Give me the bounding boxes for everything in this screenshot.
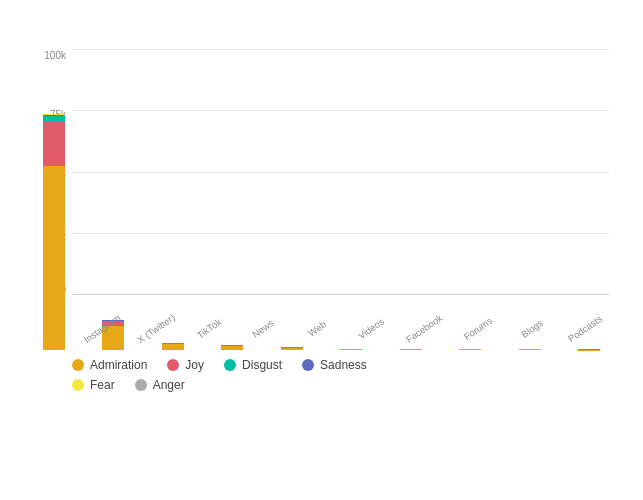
bar-group — [441, 349, 501, 350]
bar-segment-admiration — [43, 166, 65, 350]
bar-stack — [519, 349, 541, 350]
legend: AdmirationJoyDisgustSadnessFearAnger — [24, 358, 619, 392]
bar-group — [500, 349, 560, 350]
bar-stack — [459, 349, 481, 350]
bar-group — [381, 349, 441, 350]
legend-label-admiration: Admiration — [90, 358, 147, 372]
bar-group — [203, 345, 263, 350]
bar-group — [24, 114, 84, 350]
bar-group — [262, 347, 322, 350]
legend-item-anger: Anger — [135, 378, 185, 392]
legend-item-admiration: Admiration — [72, 358, 147, 372]
legend-dot-fear — [72, 379, 84, 391]
bar-segment-admiration — [400, 349, 422, 350]
legend-label-sadness: Sadness — [320, 358, 367, 372]
legend-dot-joy — [167, 359, 179, 371]
legend-label-disgust: Disgust — [242, 358, 282, 372]
bar-stack — [281, 347, 303, 350]
legend-dot-anger — [135, 379, 147, 391]
bar-segment-admiration — [281, 348, 303, 350]
bar-segment-admiration — [221, 346, 243, 350]
legend-label-fear: Fear — [90, 378, 115, 392]
legend-item-joy: Joy — [167, 358, 204, 372]
legend-item-disgust: Disgust — [224, 358, 282, 372]
bar-segment-admiration — [162, 344, 184, 350]
legend-dot-sadness — [302, 359, 314, 371]
chart-container: 100k75k50k25k0 InstagramX (Twitter)TikTo… — [24, 40, 619, 350]
legend-row-1: AdmirationJoyDisgustSadness — [72, 358, 619, 372]
bar-stack — [578, 349, 600, 350]
bar-stack — [340, 349, 362, 350]
bar-group — [560, 349, 620, 350]
bar-segment-joy — [43, 122, 65, 166]
legend-item-sadness: Sadness — [302, 358, 367, 372]
bar-segment-admiration — [340, 349, 362, 350]
bar-stack — [162, 343, 184, 351]
bar-group — [322, 349, 382, 350]
bar-stack — [400, 349, 422, 350]
legend-label-joy: Joy — [185, 358, 204, 372]
legend-label-anger: Anger — [153, 378, 185, 392]
bar-stack — [221, 345, 243, 350]
legend-dot-disgust — [224, 359, 236, 371]
bar-segment-admiration — [459, 349, 481, 350]
legend-row-2: FearAnger — [72, 378, 619, 392]
legend-item-fear: Fear — [72, 378, 115, 392]
bar-segment-admiration — [519, 349, 541, 350]
x-labels: InstagramX (Twitter)TikTokNewsWebVideosF… — [72, 324, 609, 335]
bars-area — [24, 40, 619, 350]
bar-stack — [43, 114, 65, 350]
legend-dot-admiration — [72, 359, 84, 371]
